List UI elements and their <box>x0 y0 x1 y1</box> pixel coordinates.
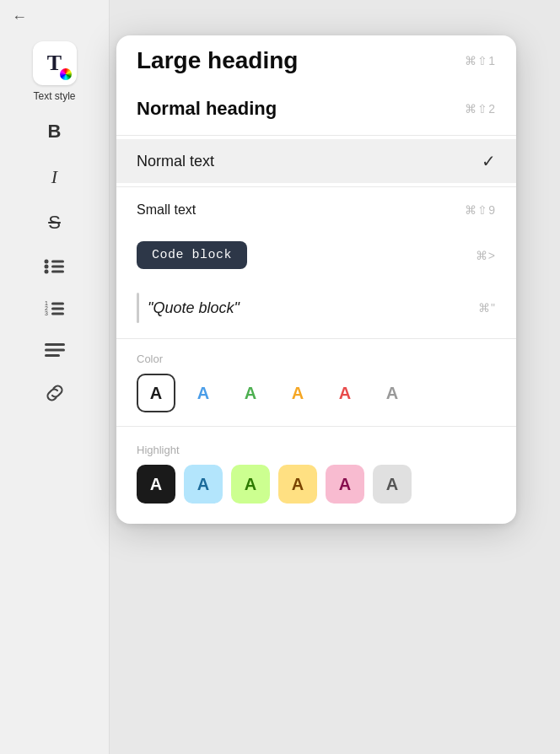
text-style-popup: Large heading ⌘⇧1 Normal heading ⌘⇧2 Nor… <box>116 35 516 524</box>
highlight-swatch-lightblue[interactable]: A <box>184 465 223 504</box>
code-shortcut: ⌘> <box>476 249 496 262</box>
quote-text-label: "Quote block" <box>148 299 240 317</box>
bullet-list-tool[interactable] <box>0 245 109 288</box>
highlight-section: Highlight A A A A A A <box>116 434 516 510</box>
color-swatch-red[interactable]: A <box>326 374 364 412</box>
svg-rect-1 <box>51 261 64 263</box>
color-swatch-orange[interactable]: A <box>278 374 317 412</box>
color-swatch-gray[interactable]: A <box>373 374 412 412</box>
large-heading-label: Large heading <box>137 47 298 74</box>
normal-heading-label: Normal heading <box>137 98 277 120</box>
strikethrough-tool[interactable]: S <box>0 200 109 245</box>
numbered-list-icon: 1 2 3 <box>44 299 66 318</box>
divider-4 <box>116 426 516 427</box>
checkmark-icon: ✓ <box>482 151 496 171</box>
tool-icon-box: T <box>33 41 77 85</box>
italic-tool[interactable]: I <box>0 154 109 200</box>
align-icon <box>44 342 66 358</box>
quote-block-item[interactable]: "Quote block" ⌘" <box>116 281 516 335</box>
small-text-label: Small text <box>137 202 196 218</box>
highlight-swatch-lightgray[interactable]: A <box>373 465 412 504</box>
svg-rect-14 <box>45 354 60 357</box>
highlight-swatch-black[interactable]: A <box>137 465 175 504</box>
svg-point-0 <box>44 260 48 264</box>
svg-rect-5 <box>51 271 64 273</box>
svg-text:3: 3 <box>45 310 48 316</box>
bold-icon: B <box>48 121 62 143</box>
large-heading-shortcut: ⌘⇧1 <box>465 54 496 67</box>
sidebar: ← T Text style B I S 1 2 3 <box>0 0 110 754</box>
color-section-title: Color <box>137 353 496 365</box>
color-swatch-green[interactable]: A <box>231 374 270 412</box>
normal-text-item[interactable]: Normal text ✓ <box>116 139 516 183</box>
normal-heading-shortcut: ⌘⇧2 <box>465 102 496 116</box>
svg-rect-9 <box>51 308 64 310</box>
divider-1 <box>116 135 516 136</box>
color-swatch-blue[interactable]: A <box>184 374 223 412</box>
highlight-swatch-lime[interactable]: A <box>231 465 270 504</box>
back-button[interactable]: ← <box>12 8 27 26</box>
italic-icon: I <box>51 166 57 188</box>
text-style-tool[interactable]: T Text style <box>17 35 93 109</box>
svg-point-4 <box>44 270 48 274</box>
divider-3 <box>116 338 516 339</box>
color-swatch-black[interactable]: A <box>137 374 175 412</box>
code-block-item[interactable]: Code block ⌘> <box>116 229 516 281</box>
normal-heading-item[interactable]: Normal heading ⌘⇧2 <box>116 86 516 132</box>
quote-bar <box>137 293 139 323</box>
divider-2 <box>116 186 516 187</box>
svg-rect-7 <box>51 303 64 305</box>
numbered-list-tool[interactable]: 1 2 3 <box>0 288 109 330</box>
tool-label: Text style <box>33 90 75 102</box>
strikethrough-icon: S <box>48 212 61 234</box>
link-icon <box>44 382 66 404</box>
normal-text-label: Normal text <box>137 153 214 170</box>
code-badge: Code block <box>137 241 247 269</box>
color-section: Color A A A A A A <box>116 342 516 419</box>
small-text-shortcut: ⌘⇧9 <box>465 203 496 217</box>
bullet-list-icon <box>44 257 66 276</box>
quote-shortcut: ⌘" <box>478 301 496 315</box>
large-heading-item[interactable]: Large heading ⌘⇧1 <box>116 35 516 86</box>
color-swatch-row: A A A A A A <box>137 374 496 412</box>
svg-rect-11 <box>51 313 64 315</box>
small-text-item[interactable]: Small text ⌘⇧9 <box>116 191 516 229</box>
highlight-section-title: Highlight <box>137 444 496 456</box>
svg-rect-13 <box>45 349 65 352</box>
align-tool[interactable] <box>0 330 109 370</box>
highlight-swatch-pink[interactable]: A <box>326 465 364 504</box>
svg-rect-3 <box>51 266 64 268</box>
t-letter-icon: T <box>47 51 62 76</box>
link-tool[interactable] <box>0 370 109 416</box>
bold-tool[interactable]: B <box>0 109 109 154</box>
quote-inner: "Quote block" <box>137 293 240 323</box>
svg-rect-12 <box>45 343 65 346</box>
highlight-swatch-row: A A A A A A <box>137 465 496 504</box>
highlight-swatch-yellow[interactable]: A <box>278 465 317 504</box>
svg-point-2 <box>44 265 48 269</box>
